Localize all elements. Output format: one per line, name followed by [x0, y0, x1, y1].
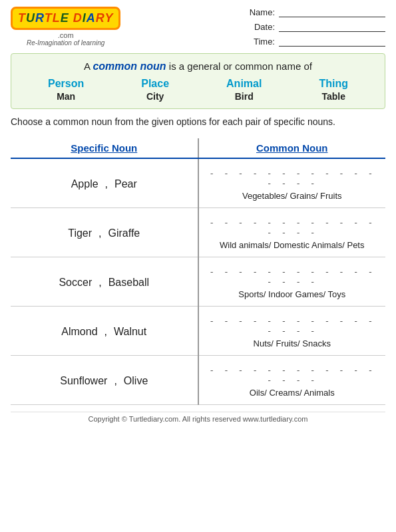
dashes-1: - - - - - - - - - - - - - - - - [204, 217, 381, 237]
logo: TURTLE DIARY [11, 7, 120, 30]
date-label: Date: [242, 22, 275, 32]
category-animal: Animal Bird [226, 78, 262, 102]
comma-1: , [99, 227, 101, 239]
cat-name-thing: Thing [319, 78, 348, 90]
common-options-4: - - - - - - - - - - - - - - - - Oils/ Cr… [204, 365, 381, 398]
time-label: Time: [242, 37, 275, 47]
col1-header: Specific Noun [11, 138, 198, 158]
header: TURTLE DIARY .com Re-Imagination of lear… [11, 7, 385, 47]
common-noun-highlight: common noun [93, 61, 166, 72]
common-cell-3: - - - - - - - - - - - - - - - - Nuts/ Fr… [198, 306, 386, 355]
common-cell-2: - - - - - - - - - - - - - - - - Sports/ … [198, 257, 386, 306]
date-input[interactable] [279, 21, 385, 32]
date-line: Date: [242, 21, 385, 32]
common-options-3: - - - - - - - - - - - - - - - - Nuts/ Fr… [204, 316, 381, 348]
noun-table: Specific Noun Common Noun Apple , Pear -… [11, 138, 385, 405]
logo-u: U [26, 11, 35, 25]
specific-cell-2: Soccer , Baseball [11, 257, 198, 306]
dashes-2: - - - - - - - - - - - - - - - - [204, 267, 381, 287]
noun2-1: Giraffe [108, 227, 140, 239]
options-text-0: Vegetables/ Grains/ Fruits [242, 191, 342, 201]
logo-a: A [87, 11, 96, 25]
logo-l: L [53, 11, 61, 25]
options-text-2: Sports/ Indoor Games/ Toys [238, 289, 345, 299]
footer: Copyright © Turtlediary.com. All rights … [11, 412, 385, 423]
common-cell-1: - - - - - - - - - - - - - - - - Wild ani… [198, 207, 386, 257]
table-row: Apple , Pear - - - - - - - - - - - - - -… [11, 158, 385, 208]
dashes-0: - - - - - - - - - - - - - - - - [204, 168, 381, 188]
time-line: Time: [242, 36, 385, 47]
category-thing: Thing Table [319, 78, 348, 102]
noun1-2: Soccer [59, 277, 92, 289]
logo-ry: RY [96, 11, 114, 25]
options-text-4: Oils/ Creams/ Animals [250, 388, 335, 398]
dashes-4: - - - - - - - - - - - - - - - - [204, 365, 381, 385]
category-place: Place City [141, 78, 169, 102]
noun2-3: Walnut [114, 326, 146, 338]
comma-2: , [99, 277, 101, 289]
definition-box: A common noun is a general or common nam… [11, 53, 385, 109]
specific-pair-2: Soccer , Baseball [16, 277, 192, 289]
noun2-2: Baseball [108, 277, 149, 289]
cat-example-place: City [146, 91, 164, 102]
form-fields: Name: Date: Time: [242, 7, 385, 47]
logo-tagline: Re-Imagination of learning [27, 39, 104, 47]
logo-r: R [35, 11, 45, 25]
noun1-0: Apple [71, 178, 99, 190]
noun1-1: Tiger [68, 227, 92, 239]
specific-pair-1: Tiger , Giraffe [16, 227, 192, 239]
def-prefix: A [84, 61, 93, 72]
table-header-row: Specific Noun Common Noun [11, 138, 385, 158]
table-row: Almond , Walnut - - - - - - - - - - - - … [11, 306, 385, 355]
options-text-3: Nuts/ Fruits/ Snacks [254, 338, 331, 348]
table-row: Sunflower , Olive - - - - - - - - - - - … [11, 355, 385, 404]
name-line: Name: [242, 7, 385, 17]
definition-text: A common noun is a general or common nam… [19, 61, 377, 72]
table-row: Tiger , Giraffe - - - - - - - - - - - - … [11, 207, 385, 257]
comma-3: , [104, 326, 107, 338]
noun2-4: Olive [124, 375, 148, 387]
options-text-1: Wild animals/ Domestic Animals/ Pets [220, 240, 364, 250]
instructions: Choose a common noun from the given opti… [11, 116, 385, 129]
categories: Person Man Place City Animal Bird Thing … [19, 78, 377, 102]
col2-header: Common Noun [198, 138, 386, 158]
specific-pair-0: Apple , Pear [16, 178, 192, 190]
cat-example-person: Man [57, 91, 75, 102]
page: TURTLE DIARY .com Re-Imagination of lear… [0, 0, 396, 430]
common-cell-0: - - - - - - - - - - - - - - - - Vegetabl… [198, 158, 386, 208]
specific-pair-4: Sunflower , Olive [16, 375, 192, 387]
logo-d: D [73, 11, 83, 25]
specific-cell-4: Sunflower , Olive [11, 355, 198, 404]
specific-cell-1: Tiger , Giraffe [11, 207, 198, 257]
logo-com: .com [58, 31, 74, 39]
category-person: Person Man [48, 78, 84, 102]
comma-4: , [114, 375, 116, 387]
specific-cell-3: Almond , Walnut [11, 306, 198, 355]
dashes-3: - - - - - - - - - - - - - - - - [204, 316, 381, 336]
cat-name-place: Place [141, 78, 169, 90]
table-row: Soccer , Baseball - - - - - - - - - - - … [11, 257, 385, 306]
cat-name-animal: Animal [226, 78, 262, 90]
name-label: Name: [242, 7, 275, 17]
specific-pair-3: Almond , Walnut [16, 326, 192, 338]
common-options-0: - - - - - - - - - - - - - - - - Vegetabl… [204, 168, 381, 201]
name-input[interactable] [279, 7, 385, 17]
comma-0: , [105, 178, 108, 190]
cat-name-person: Person [48, 78, 84, 90]
noun1-3: Almond [61, 326, 97, 338]
noun1-4: Sunflower [60, 375, 107, 387]
logo-t2: T [45, 11, 53, 25]
noun2-0: Pear [114, 178, 137, 190]
specific-cell-0: Apple , Pear [11, 158, 198, 208]
logo-area: TURTLE DIARY .com Re-Imagination of lear… [11, 7, 120, 47]
cat-example-thing: Table [321, 91, 345, 102]
logo-e: E [61, 11, 69, 25]
common-cell-4: - - - - - - - - - - - - - - - - Oils/ Cr… [198, 355, 386, 404]
logo-t: T [18, 11, 26, 25]
common-options-2: - - - - - - - - - - - - - - - - Sports/ … [204, 267, 381, 299]
time-input[interactable] [279, 36, 385, 47]
def-suffix: is a general or common name of [166, 61, 312, 72]
common-options-1: - - - - - - - - - - - - - - - - Wild ani… [204, 217, 381, 250]
cat-example-animal: Bird [235, 91, 254, 102]
